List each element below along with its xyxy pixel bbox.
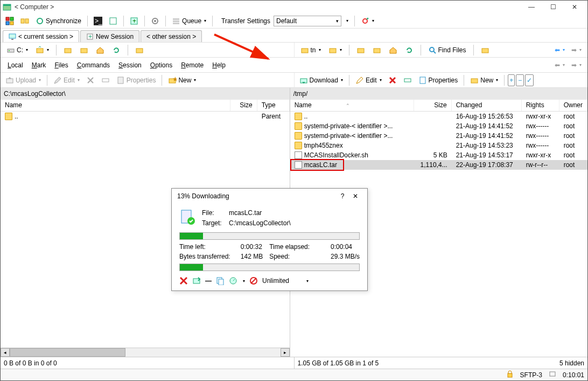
btn-minus[interactable]: −	[516, 74, 524, 86]
btn-reconnect[interactable]: ▾	[358, 15, 377, 27]
btn-check[interactable]: ✓	[525, 74, 534, 86]
btn-settings[interactable]	[148, 15, 162, 27]
nav-fwd-l[interactable]: ➡▾	[569, 59, 584, 71]
background-transfer-button[interactable]	[192, 276, 201, 285]
btn-rename-l[interactable]	[99, 74, 113, 86]
table-row[interactable]: tmph455znex21-Aug-19 14:53:23rwx------ro…	[290, 141, 587, 150]
maximize-button[interactable]: ☐	[542, 1, 564, 13]
btn-fwd-l[interactable]	[77, 44, 91, 56]
tab-new-session[interactable]: +New Session	[80, 30, 139, 42]
tab-other-label: < other session >	[146, 33, 196, 40]
menu-local[interactable]: Local	[4, 60, 27, 71]
col-name-r[interactable]: Name ⌃	[290, 100, 414, 111]
tab-current-session[interactable]: < current session >	[3, 30, 79, 42]
menu-commands[interactable]: Commands	[73, 60, 114, 71]
menu-remote[interactable]: Remote	[177, 60, 207, 71]
col-size-l[interactable]: Size	[230, 100, 257, 111]
btn-rename-r[interactable]	[401, 74, 415, 86]
btn-bookmark-r[interactable]	[478, 44, 492, 56]
btn-putty[interactable]	[106, 15, 120, 27]
speed-menu[interactable]: ▾	[243, 279, 245, 283]
col-name-l[interactable]: Name	[1, 100, 230, 111]
btn-refresh-l[interactable]	[109, 44, 123, 56]
btn-queue[interactable]: Queue▾	[169, 15, 209, 27]
btn-new-r[interactable]: New▾	[467, 74, 501, 86]
queue-label: Queue	[182, 17, 201, 25]
dialog-help[interactable]: ?	[336, 192, 349, 200]
btn-parent-l[interactable]: ▾	[33, 44, 52, 56]
btn-upload[interactable]: Upload▾	[3, 74, 44, 86]
app-icon	[3, 3, 11, 11]
col-size-r[interactable]: Size	[414, 100, 452, 111]
row-name: systemd-private-< identifier >...	[304, 132, 393, 140]
nav-back-l[interactable]: ⬅▾	[552, 59, 568, 71]
svg-rect-10	[110, 18, 116, 24]
dialog-close[interactable]: ✕	[349, 192, 362, 200]
btn-console[interactable]: >_	[91, 15, 105, 27]
menu-session[interactable]: Session	[115, 60, 145, 71]
unlimited-menu[interactable]: ▾	[306, 279, 309, 283]
btn-plus[interactable]: +	[508, 74, 515, 86]
unlimited-label: Unlimited	[262, 277, 289, 285]
btn-bookmark-l[interactable]	[132, 44, 146, 56]
svg-rect-37	[118, 77, 123, 84]
btn-download[interactable]: Download▾	[297, 74, 346, 86]
btn-parent-r[interactable]: ▾	[326, 44, 345, 56]
menu-help[interactable]: Help	[208, 60, 229, 71]
local-row0-type: Parent	[257, 113, 290, 120]
col-changed-r[interactable]: Changed	[452, 100, 522, 111]
btn-delete-l[interactable]	[83, 74, 97, 86]
btn-home-l[interactable]	[93, 44, 107, 56]
btn-refresh-r[interactable]	[402, 44, 416, 56]
nav-fwd-r[interactable]: ➡▾	[569, 44, 584, 56]
btn-transfer-edit[interactable]: ▾	[342, 15, 351, 27]
btn-props-r[interactable]: Properties	[416, 74, 461, 86]
btn-edit-r[interactable]: Edit▾	[353, 74, 384, 86]
row-rights: rwxr-xr-x	[522, 151, 559, 159]
minimize-button[interactable]: —	[521, 1, 542, 13]
cancel-transfer-button[interactable]	[179, 276, 188, 285]
menu-options[interactable]: Options	[146, 60, 176, 71]
menu-files[interactable]: Files	[51, 60, 72, 71]
svg-text:>_: >_	[95, 17, 102, 25]
menu-mark[interactable]: Mark	[28, 60, 50, 71]
btn-new-l[interactable]: ★New▾	[165, 74, 199, 86]
svg-rect-34	[482, 49, 488, 53]
btn-fwd-r[interactable]	[370, 44, 384, 56]
btn-props-l[interactable]: Properties	[114, 74, 159, 86]
btn-sync-dirs[interactable]	[18, 15, 32, 27]
list-item[interactable]: .. Parent	[1, 112, 290, 121]
minimize-transfer-button[interactable]: —	[205, 277, 212, 285]
table-row[interactable]: systemd-private-< identifier >...21-Aug-…	[290, 131, 587, 141]
btn-back-r[interactable]	[354, 44, 368, 56]
local-row0-name: ..	[15, 113, 18, 120]
col-owner-r[interactable]: Owner	[559, 100, 587, 111]
transfer-settings-combo[interactable]: Default▾	[274, 16, 341, 26]
drive-select[interactable]: C: ▾	[4, 44, 31, 56]
btn-compare[interactable]	[3, 15, 17, 27]
table-row[interactable]: ..16-Aug-19 15:26:53rwxr-xr-xroot	[290, 112, 587, 121]
btn-add-session[interactable]: +	[127, 15, 141, 27]
proto-label: SFTP-3	[520, 371, 542, 379]
svg-rect-25	[65, 49, 71, 53]
col-type-l[interactable]: Type	[257, 100, 290, 111]
remote-dir-select[interactable]: tn ▾	[298, 44, 324, 56]
btn-home-r[interactable]	[386, 44, 400, 56]
btn-delete-r[interactable]	[386, 74, 400, 86]
local-hscroll[interactable]: ◂▸	[1, 348, 290, 357]
svg-text:+: +	[88, 33, 92, 40]
btn-edit-l[interactable]: Edit▾	[51, 74, 82, 86]
btn-findfiles[interactable]: Find Files	[425, 44, 469, 56]
speed-button[interactable]	[229, 276, 237, 285]
table-row[interactable]: systemd-private-< identifier >...21-Aug-…	[290, 121, 587, 131]
btn-synchronize[interactable]: Synchronize	[33, 15, 84, 27]
tab-other-session[interactable]: < other session >	[141, 30, 202, 42]
drive-label: C:	[17, 46, 23, 54]
menu-bar: Local Mark Files Commands Session Option…	[1, 58, 587, 73]
btn-back-l[interactable]	[61, 44, 75, 56]
col-rights-r[interactable]: Rights	[522, 100, 559, 111]
new-l-label: New	[178, 77, 191, 84]
close-button[interactable]: ✕	[564, 1, 585, 13]
nav-back-r[interactable]: ⬅▾	[552, 44, 568, 56]
copy-button[interactable]	[216, 276, 225, 285]
